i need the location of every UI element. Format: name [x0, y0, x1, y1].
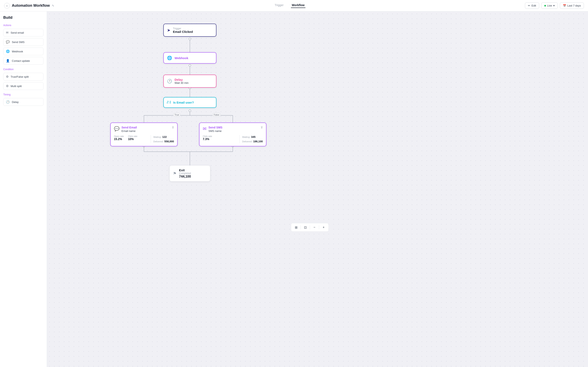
condition-label: Is Email user? — [173, 101, 194, 104]
send-email-header: 💬 Send Email Email name ⊽ — [114, 126, 174, 133]
sidebar-item-delay[interactable]: 🕐 Delay — [3, 98, 43, 106]
sms-filter-icon[interactable]: ⊽ — [261, 126, 263, 129]
filter-icon[interactable]: ⊽ — [172, 126, 174, 129]
multi-split-icon: ⚙ — [6, 84, 9, 88]
live-status-button[interactable]: Live ▾ — [541, 2, 558, 9]
trigger-node[interactable]: ➤ Trigger Email Clicked — [163, 24, 216, 37]
trigger-icon: ➤ — [167, 28, 171, 33]
zoom-divider-1 — [301, 225, 301, 229]
delivered-stat: Delivered: 558,000 — [153, 140, 174, 143]
back-button[interactable]: ‹ — [4, 3, 10, 8]
delay-label: Delay — [174, 78, 189, 81]
map-view-button[interactable]: ⊞ — [293, 225, 299, 230]
globe-icon: 🌐 — [6, 50, 10, 53]
stats-divider — [151, 135, 151, 143]
exit-label: Exit — [179, 168, 191, 172]
send-sms-header: ✉ Send SMS SMS name ⊽ — [203, 126, 263, 133]
svg-point-14 — [189, 64, 191, 67]
send-email-sub: Email name — [121, 129, 137, 133]
sms-icon: 💬 — [6, 40, 10, 44]
workflow-canvas[interactable]: True False ➤ Trigger Email Clicked 🌐 Web… — [47, 11, 588, 367]
send-email-left: 💬 Send Email Email name — [114, 126, 137, 133]
connector-lines — [47, 11, 333, 236]
click-rate-stat: Click rate 10% — [128, 135, 138, 141]
svg-point-13 — [189, 38, 191, 40]
condition-split-icon: ⛙ — [167, 100, 171, 105]
zoom-controls: ⊞ ⊡ − + — [291, 223, 329, 232]
exit-flag-icon: ⚑ — [173, 171, 177, 176]
send-sms-icon: ✉ — [203, 126, 207, 132]
send-sms-left: ✉ Send SMS SMS name — [203, 126, 222, 133]
sidebar-item-contact-update[interactable]: 👤 Contact update — [3, 57, 43, 65]
webhook-globe-icon: 🌐 — [167, 55, 172, 60]
exit-value: 744,100 — [179, 175, 191, 178]
exit-sub: Completed — [179, 172, 191, 175]
canvas-inner: True False ➤ Trigger Email Clicked 🌐 Web… — [47, 11, 333, 236]
webhook-node[interactable]: 🌐 Webhook — [163, 52, 216, 64]
tab-trigger[interactable]: Trigger — [274, 3, 285, 8]
delay-node[interactable]: 🕐 Delay Wait 30 min — [163, 75, 216, 88]
sidebar-item-send-email[interactable]: ✉ Send email — [3, 29, 43, 36]
edit-button[interactable]: ✏ Edit — [525, 2, 539, 9]
stat-row: Open rate 15.2% Click rate 10% — [114, 135, 148, 141]
delay-sub: Wait 30 min — [174, 81, 189, 84]
zoom-divider-2 — [310, 225, 310, 229]
send-sms-sub: SMS name — [208, 129, 222, 133]
zoom-out-button[interactable]: − — [311, 225, 317, 230]
open-rate-stat: Open rate 15.2% — [114, 135, 124, 141]
trigger-label: Trigger — [173, 27, 193, 30]
sidebar-item-multi-split[interactable]: ⚙ Multi split — [3, 82, 43, 90]
main-layout: Build Actions ✉ Send email 💬 Send SMS 🌐 … — [0, 11, 588, 367]
split-icon: ⚙ — [6, 75, 9, 78]
page-title: Automation Workflow — [12, 3, 50, 8]
sms-waiting-stat: Waiting: 345 — [242, 135, 263, 139]
edit-pencil-icon: ✏ — [528, 4, 530, 7]
header-tabs: Trigger Workflow — [274, 3, 305, 8]
waiting-stat: Waiting: 122 — [153, 135, 174, 139]
section-label-actions: Actions — [3, 24, 43, 27]
sms-stat-row: Click rate 7.3% — [203, 135, 237, 141]
sms-stats-left: Click rate 7.3% — [203, 135, 237, 143]
sidebar-item-webhook[interactable]: 🌐 Webhook — [3, 48, 43, 55]
edit-title-icon[interactable]: ✎ — [52, 4, 54, 7]
send-sms-info: Send SMS SMS name — [208, 126, 222, 133]
send-email-info: Send Email Email name — [121, 126, 137, 133]
send-email-icon: 💬 — [114, 126, 120, 132]
section-label-condition: Condition — [3, 68, 43, 71]
header-left: ‹ Automation Workflow ✎ — [4, 3, 54, 8]
tab-workflow[interactable]: Workflow — [291, 3, 305, 8]
exit-text: Exit Completed 744,100 — [179, 168, 191, 178]
fit-view-button[interactable]: ⊡ — [302, 225, 308, 230]
email-icon: ✉ — [6, 31, 9, 34]
webhook-label: Webhook — [174, 56, 188, 60]
chevron-down-icon: ▾ — [553, 4, 555, 7]
svg-point-16 — [189, 110, 191, 112]
trigger-value: Email Clicked — [173, 30, 193, 33]
exit-node[interactable]: ⚑ Exit Completed 744,100 — [169, 165, 210, 182]
condition-node[interactable]: ⛙ Is Email user? — [163, 97, 216, 108]
stats-left: Open rate 15.2% Click rate 10% — [114, 135, 148, 143]
clock-icon: 🕐 — [6, 100, 10, 104]
live-dot-icon — [544, 5, 546, 7]
send-email-title: Send Email — [121, 126, 137, 129]
sms-delivered-stat: Delivered: 186,100 — [242, 140, 263, 143]
trigger-text: Trigger Email Clicked — [173, 27, 193, 33]
sms-stats-right: Waiting: 345 Delivered: 186,100 — [242, 135, 263, 143]
branch-true-label: True — [173, 113, 181, 117]
send-email-node[interactable]: 💬 Send Email Email name ⊽ Open rate — [110, 123, 178, 146]
send-sms-node[interactable]: ✉ Send SMS SMS name ⊽ Click rate 7.3 — [199, 123, 267, 146]
delay-clock-icon: 🕐 — [167, 79, 172, 83]
delay-text: Delay Wait 30 min — [174, 78, 189, 84]
sidebar-item-send-sms[interactable]: 💬 Send SMS — [3, 38, 43, 46]
section-label-timing: Timing — [3, 93, 43, 96]
sidebar-item-true-false[interactable]: ⚙ True/False split — [3, 73, 43, 81]
header: ‹ Automation Workflow ✎ Trigger Workflow… — [0, 0, 588, 11]
sidebar: Build Actions ✉ Send email 💬 Send SMS 🌐 … — [0, 11, 47, 367]
date-range-button[interactable]: 📅 Last 7 days — [560, 2, 584, 9]
stats-right: Waiting: 122 Delivered: 558,000 — [153, 135, 174, 143]
sidebar-title: Build — [3, 16, 43, 20]
calendar-icon: 📅 — [563, 4, 566, 7]
send-sms-title: Send SMS — [208, 126, 222, 129]
contact-icon: 👤 — [6, 59, 10, 63]
zoom-in-button[interactable]: + — [321, 225, 327, 230]
